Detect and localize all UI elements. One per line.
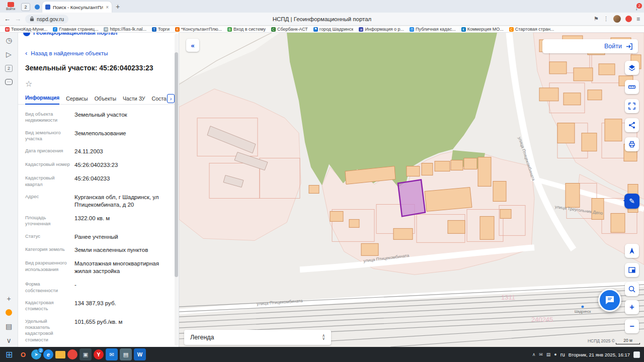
notifications-icon[interactable] [633,351,640,358]
bookmark-item[interactable]: ССтартовая стран... [509,27,554,32]
bookmark-item[interactable]: ТТорги [152,27,170,32]
attribute-list: Вид объекта недвижимостиЗемельный участо… [18,105,179,343]
identify-button[interactable] [625,282,639,296]
overview-map-button[interactable] [625,263,639,277]
bookmark-item[interactable]: ГГлавная страниц... [53,27,98,32]
extent-button[interactable] [625,99,639,113]
bookmark-item[interactable]: К*КонсультантПлю... [175,27,222,32]
field-label: Кадастровая стоимость [25,300,74,312]
messenger-icon[interactable]: ··· [5,79,13,85]
measure-button[interactable] [625,80,639,94]
panel-collapse-button[interactable]: « [186,39,199,52]
zoom-in-button[interactable]: + [625,300,639,314]
bookmark-item[interactable]: ККоммерция МО... [461,27,504,32]
tray-status-icon[interactable]: ● [554,352,556,357]
field-label: Вид разрешенного использования [25,260,74,275]
field-label: Статус [25,233,74,241]
field-value: 134 387,93 руб. [74,300,172,312]
collapse-strip-icon[interactable]: ∨ [6,337,11,344]
add-panel-icon[interactable]: + [7,295,11,302]
forward-button[interactable]: → [15,15,21,23]
selected-parcel[interactable] [398,180,425,217]
share-button[interactable] [625,118,639,132]
bookmark-item[interactable]: ▤https://fias-lk.nal... [104,27,146,32]
bookmark-favicon: Г [53,27,57,32]
back-to-results-link[interactable]: ‹ Назад в найденные объекты [25,49,179,57]
apps-grid-icon[interactable]: ▤ [6,323,12,330]
taskbar-app-yandex[interactable]: Y [94,349,104,359]
tab-parts[interactable]: Части ЗУ [123,96,145,105]
tabs-counter[interactable]: 2 [5,65,13,72]
tray-expand-icon[interactable]: ∧ [532,352,536,357]
zoom-out-button[interactable]: − [625,319,639,333]
taskbar-app-folder[interactable] [55,351,65,358]
new-tab-button[interactable]: + [116,3,120,11]
tab-services[interactable]: Сервисы [66,96,88,105]
tabs-scroll-arrow[interactable]: › [167,94,175,103]
bookmark-flag-icon[interactable]: ⚑ [594,16,599,22]
bookmark-favicon: В [227,27,232,32]
tray-mail-icon[interactable]: ✉ [539,352,543,357]
login-bar[interactable]: Войти [542,39,638,53]
favorite-star-icon[interactable]: ☆ [25,79,172,88]
share-icon [628,121,636,129]
pinned-tab[interactable] [32,3,42,11]
navigation-arrow-icon [628,247,636,255]
clock[interactable]: Вторник, 21 янв 2025, 16:17 [569,352,630,357]
map-attribution: НСПД 2025 © [588,338,615,343]
browser-profile-button[interactable]: Войти [2,0,19,13]
services-icon[interactable] [6,309,12,316]
print-icon [628,140,636,148]
record-icon[interactable] [625,16,632,22]
active-tab[interactable]: Поиск - КонсультантПлю... × [42,2,112,13]
tab-objects[interactable]: Объекты [95,96,116,105]
field-label: Адрес [25,194,74,209]
downloads-icon[interactable]: ↓2 [635,5,638,11]
field-row: Кадастровый квартал45:26:040233 [25,175,172,188]
tab-composition[interactable]: Соста [152,96,167,105]
overview-icon [628,266,636,274]
chat-button[interactable] [598,289,621,312]
login-icon [625,43,633,50]
bookmark-item[interactable]: MТехноКад-Муни... [5,27,47,32]
taskbar-app-telegram[interactable]: ➤2 [31,349,41,359]
locate-button[interactable] [625,244,639,258]
taskbar-app-edge[interactable]: e [43,349,53,359]
tab-information[interactable]: Информация [25,95,59,105]
taskbar-app-chrome[interactable] [67,349,77,359]
scrollbar-thumb[interactable] [175,52,178,277]
taskbar-app-console[interactable]: ▣ [79,348,92,360]
extensions-menu-icon[interactable]: ⋮ [603,16,609,22]
taskbar-start-button[interactable]: ⊞ [3,348,15,360]
town-dot [582,306,584,308]
back-button[interactable]: ← [4,15,11,23]
tab-close-icon[interactable]: × [106,5,109,10]
draw-tool-button[interactable]: ✎ [624,194,639,209]
field-row: Кадастровая стоимость134 387,93 руб. [25,300,172,312]
bookmark-item[interactable]: ⚑город Шадринск [313,27,354,32]
layers-button[interactable] [625,61,639,75]
legend-toggle-icon[interactable]: ∧∨ [322,334,325,341]
bookmark-item[interactable]: ППубличная кадас... [410,27,456,32]
tab-group-counter[interactable]: 2 [21,3,30,11]
avatar[interactable] [613,15,621,23]
bookmark-item[interactable]: ССбербанк-АСТ [271,27,308,32]
field-label: Кадастровый номер [25,161,74,169]
print-button[interactable] [625,137,639,151]
language-indicator[interactable]: ru [560,352,565,357]
menu-icon[interactable]: ≡ [636,16,640,23]
address-bar[interactable]: nspd.gov.ru [25,15,68,24]
taskbar-app-mail[interactable]: ✉ [106,348,118,360]
bookmark-item[interactable]: иИнформация о р... [359,27,404,32]
taskbar-app-word[interactable]: W [134,348,146,360]
panel-scrollbar[interactable] [175,34,178,346]
sessions-icon[interactable]: ▷ [6,51,12,58]
legend-bar[interactable]: Легенда ∧∨ [184,330,331,345]
field-value: - [74,281,172,294]
taskbar-app-opera[interactable]: O [17,348,29,360]
history-icon[interactable]: ◷ [6,37,12,44]
tray-app-icon[interactable]: ▤ [546,352,551,357]
bookmark-item[interactable]: ВВход в систему [227,27,266,32]
map-canvas[interactable]: 1311 240245 улица Птицекомбината улица П… [179,33,644,347]
taskbar-app-excel[interactable]: ▤ [120,348,132,360]
